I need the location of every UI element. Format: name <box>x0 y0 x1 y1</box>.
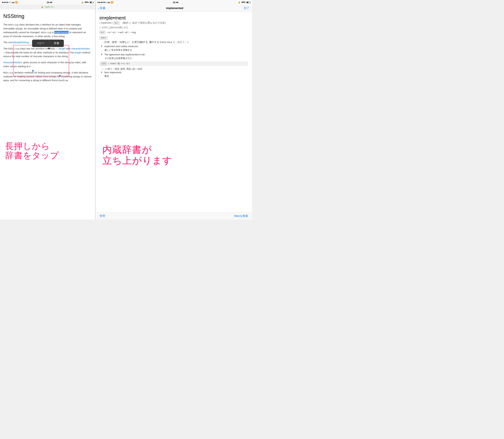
example-1-ja: 厳しい安全対策を実施する <box>100 49 248 52</box>
annotation-line2: 辞書をタップ <box>5 151 59 160</box>
link-characteratindex2[interactable]: characterAtIndex: <box>3 61 23 64</box>
left-status-bar: au 📶 22:44 🔒 56% <box>0 0 95 5</box>
noun-row: 名詞 / -mənt / 複 〜s / -ts / <box>100 61 248 66</box>
battery-fill-r <box>247 2 248 3</box>
wifi-icon: 📶 <box>15 1 18 4</box>
code-nsstring2: NSString <box>41 31 51 34</box>
dot2 <box>4 2 5 3</box>
etym-bracket: 〚im(中に)plement(満たす)〛 <box>100 26 129 29</box>
web-search-button[interactable]: Webを検索 <box>234 214 248 218</box>
noun-example-1-ja: 農具. <box>100 75 248 78</box>
rdot5 <box>104 2 105 3</box>
dot6 <box>10 2 11 3</box>
rdot1 <box>98 2 99 3</box>
status-left: au 📶 <box>2 1 18 4</box>
manage-button[interactable]: 管理 <box>100 214 105 218</box>
noun-badge: 名詞 <box>101 62 107 65</box>
nav-title: implemented <box>166 7 183 10</box>
popup-arrow <box>48 48 50 49</box>
annotation-r-line1: 内蔵辞書が <box>102 145 172 155</box>
rdot4 <box>103 2 104 3</box>
dict-menu-item[interactable]: 辞書 <box>49 40 64 47</box>
carrier-label: au <box>12 1 14 4</box>
noun-example-1: farm implements <box>100 71 248 74</box>
url-bar: 🔒 Apple Inc. <box>0 5 95 9</box>
dict-toolbar: 管理 Webを検索 <box>96 212 252 220</box>
left-panel: au 📶 22:44 🔒 56% 🔒 Apple Inc. NSString T… <box>0 0 95 220</box>
code-nsstring: NSString <box>8 24 18 26</box>
status-left-r: au 📶 <box>98 1 113 4</box>
link-length2[interactable]: length <box>75 51 81 54</box>
noun-forms: / -mənt / 複 〜s / -ts / <box>108 62 130 65</box>
forms-text: 〜s / -ts / ; 〜ed / -id / ; 〜ing <box>107 31 136 34</box>
signal-dots <box>2 2 11 3</box>
example-2: The agreement was implemented in full . <box>100 53 248 56</box>
doc-para-1: The NSString class declares the p interf… <box>3 23 92 38</box>
link-characteratindex1[interactable]: characterAtIndex: <box>71 47 90 50</box>
battery-percent-r: 56% <box>242 1 246 3</box>
context-menu[interactable]: コピー 辞書 <box>32 40 64 47</box>
example-1-en: implement <box>104 45 115 48</box>
done-button[interactable]: 完了 <box>244 6 249 10</box>
copy-menu-item[interactable]: コピー <box>32 40 49 47</box>
wifi-icon-r: 📶 <box>111 1 113 4</box>
example-2-italic: implemented <box>125 53 139 56</box>
pronun-text: / ímplimènt / <box>100 21 113 24</box>
back-label: 辞書 <box>100 6 105 10</box>
para1-text: The NSString class declares the p interf… <box>3 23 86 38</box>
noun-ex-italic: implements <box>110 71 122 74</box>
pos-note: （動詞 と 名詞 で発音が異なるので注意） <box>121 21 168 24</box>
selected-implemented: implemented <box>54 31 69 34</box>
noun-section: 名詞 / -mənt / 複 〜s / -ts / 〔…に使う〕道具, 器具, … <box>100 61 248 78</box>
selection-cursor-top <box>32 70 34 72</box>
status-right: 🔒 56% <box>81 1 93 3</box>
right-panel: au 📶 22:44 🔒 56% ‹ 辞書 implemented 完了 im•… <box>96 0 252 220</box>
verb-pos-badge: 他動詞 <box>100 36 107 40</box>
verb-def: 〈計画・政策・法律など〉を実行[施]する, 履行する (carry outより〈… <box>100 41 248 44</box>
battery-bar <box>90 1 93 3</box>
right-status-bar: au 📶 22:44 🔒 56% <box>96 0 252 5</box>
status-right-r: 🔒 56% <box>238 1 250 3</box>
lock-icon: 🔒 <box>81 1 84 3</box>
dict-content: im•ple•ment / ímplimènt / 動詞 （動詞 と 名詞 で発… <box>96 12 252 212</box>
back-chevron-icon: ‹ <box>98 6 99 10</box>
url-lock-icon: 🔒 <box>41 6 44 8</box>
link-length1[interactable]: length <box>59 47 65 50</box>
status-time-r: 22:44 <box>173 1 178 4</box>
annotation-r-line2: 立ち上がります <box>102 155 172 166</box>
dot3 <box>5 2 6 3</box>
forms-pos-badge: 動詞 <box>100 31 105 34</box>
battery-percent: 56% <box>85 1 89 3</box>
dict-pronunciation: / ímplimènt / 動詞 （動詞 と 名詞 で発音が異なるので注意） <box>100 21 248 25</box>
battery-bar-r <box>246 1 250 3</box>
back-button[interactable]: ‹ 辞書 <box>98 6 106 10</box>
link-nsmutablestring[interactable]: NSMutableString <box>10 41 29 44</box>
lock-icon-r: 🔒 <box>238 1 241 3</box>
right-annotation: 内蔵辞書が 立ち上がります <box>102 145 172 166</box>
doc-title: NSString <box>3 12 92 20</box>
dot5 <box>9 2 10 3</box>
dot1 <box>2 2 3 3</box>
doc-content[interactable]: NSString The NSString class declares the… <box>0 9 95 220</box>
dict-forms: 動詞 〜s / -ts / ; 〜ed / -id / ; 〜ing <box>100 31 248 34</box>
example-2-ja: その合意は全面実施された. <box>100 57 248 60</box>
annotation-line1: 長押しから <box>5 142 59 151</box>
pos-section-verb: 他動詞 〈計画・政策・法律など〉を実行[施]する, 履行する (carry ou… <box>100 36 248 60</box>
rdot2 <box>99 2 100 3</box>
status-time: 22:44 <box>47 1 52 4</box>
url-text: Apple Inc. <box>45 6 54 8</box>
left-annotation: 長押しから 辞書をタップ <box>5 142 59 160</box>
noun-def: 〔…に使う〕道具, 器具, 用品, 設(→tool) <box>100 67 248 71</box>
dict-word: im•ple•ment <box>100 15 248 21</box>
doc-para-4: characterAtIndex: gives access to each c… <box>3 61 92 68</box>
dict-navbar: ‹ 辞書 implemented 完了 <box>96 5 252 12</box>
pos-badge: 動詞 <box>114 21 119 25</box>
dot4 <box>7 2 8 3</box>
signal-dots-r <box>98 2 107 3</box>
doc-para-5: NSString declares methods for finding an… <box>3 71 92 82</box>
code-p: p <box>40 24 41 26</box>
rdot6 <box>106 2 107 3</box>
rdot3 <box>101 2 102 3</box>
battery-fill <box>90 2 92 3</box>
selection-cursor-bottom <box>59 75 61 77</box>
